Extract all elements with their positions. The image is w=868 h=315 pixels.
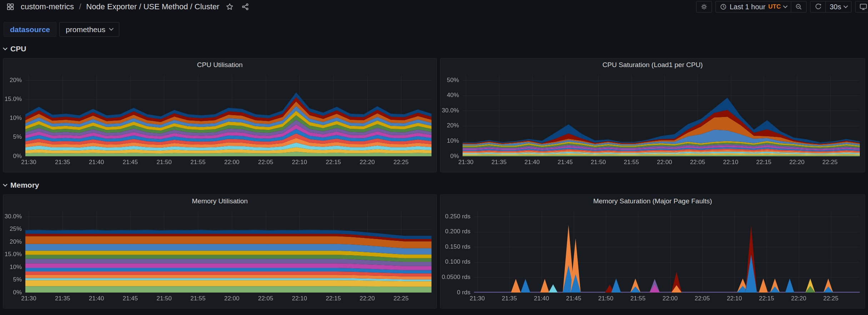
- dashboard-variables-row: datasource prometheus: [4, 22, 868, 37]
- refresh-icon: [814, 3, 822, 10]
- cycle-view-mode-button[interactable]: [855, 1, 868, 12]
- cpu-utilisation-chart[interactable]: [3, 71, 437, 172]
- timezone-badge: UTC: [768, 3, 781, 10]
- section-row-memory[interactable]: Memory: [4, 180, 868, 190]
- zoom-out-icon: [795, 3, 802, 10]
- refresh-interval-label: 30s: [830, 3, 841, 11]
- panel-memory-saturation: Memory Saturation (Major Page Faults): [440, 194, 865, 309]
- panel-title-memory-utilisation[interactable]: Memory Utilisation: [3, 195, 437, 208]
- zoom-out-button[interactable]: [791, 1, 806, 12]
- chevron-down-icon: [843, 4, 848, 8]
- memory-panels-row: Memory Utilisation Memory Saturation (Ma…: [3, 194, 865, 309]
- panel-title-memory-saturation[interactable]: Memory Saturation (Major Page Faults): [440, 195, 865, 208]
- datasource-value: prometheus: [66, 25, 105, 34]
- chevron-down-icon: [783, 4, 788, 8]
- top-navigation-bar: custom-metrics / Node Exporter / USE Met…: [0, 0, 868, 14]
- gear-icon: [700, 3, 708, 10]
- section-title-cpu: CPU: [10, 45, 26, 53]
- datasource-dropdown[interactable]: prometheus: [59, 22, 119, 37]
- breadcrumb-folder[interactable]: custom-metrics: [21, 2, 74, 11]
- panel-cpu-utilisation: CPU Utilisation: [3, 58, 437, 172]
- chevron-down-icon: [3, 182, 8, 187]
- star-icon[interactable]: [224, 1, 235, 12]
- variable-label: datasource: [4, 22, 56, 37]
- refresh-button[interactable]: [810, 1, 825, 12]
- section-title-memory: Memory: [10, 181, 39, 189]
- time-range-picker[interactable]: Last 1 hour UTC: [716, 1, 791, 12]
- clock-icon: [720, 3, 727, 10]
- time-picker-group: Last 1 hour UTC: [715, 1, 807, 12]
- monitor-icon: [859, 3, 867, 11]
- memory-saturation-chart[interactable]: [440, 208, 865, 308]
- dashboard-settings-button[interactable]: [696, 1, 712, 12]
- refresh-group: 30s: [810, 1, 852, 12]
- cpu-panels-row: CPU Utilisation CPU Saturation (Load1 pe…: [3, 58, 865, 172]
- refresh-interval-dropdown[interactable]: 30s: [825, 1, 851, 12]
- dashboard-title[interactable]: Node Exporter / USE Method / Cluster: [86, 2, 219, 11]
- share-icon[interactable]: [240, 1, 251, 12]
- panel-cpu-saturation: CPU Saturation (Load1 per CPU): [440, 58, 865, 172]
- panel-memory-utilisation: Memory Utilisation: [3, 194, 437, 309]
- section-row-cpu[interactable]: CPU: [4, 44, 868, 54]
- time-range-label: Last 1 hour: [730, 3, 765, 11]
- memory-utilisation-chart[interactable]: [3, 208, 437, 308]
- chevron-down-icon: [3, 46, 8, 50]
- breadcrumb-separator: /: [79, 2, 81, 11]
- apps-grid-icon[interactable]: [5, 1, 16, 12]
- chevron-down-icon: [109, 26, 114, 31]
- panel-title-cpu-utilisation[interactable]: CPU Utilisation: [3, 59, 437, 71]
- cpu-saturation-chart[interactable]: [440, 71, 865, 172]
- panel-title-cpu-saturation[interactable]: CPU Saturation (Load1 per CPU): [440, 59, 865, 71]
